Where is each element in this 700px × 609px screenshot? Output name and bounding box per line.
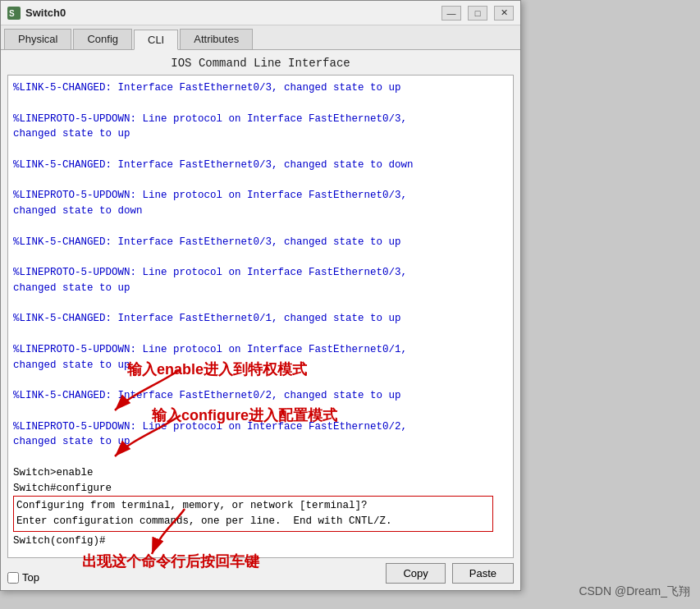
window-controls: — □ ✕ bbox=[442, 6, 514, 21]
close-button[interactable]: ✕ bbox=[494, 6, 514, 21]
button-row: Copy Paste bbox=[7, 558, 514, 584]
terminal-line bbox=[13, 373, 508, 388]
terminal-line: %LINK-5-CHANGED: Interface FastEthernet0… bbox=[13, 311, 508, 327]
tab-cli[interactable]: CLI bbox=[134, 30, 178, 50]
tab-attributes[interactable]: Attributes bbox=[180, 29, 253, 49]
terminal-line bbox=[13, 296, 508, 312]
terminal-line bbox=[13, 327, 508, 342]
terminal-line: changed state to up bbox=[13, 281, 508, 296]
section-title: IOS Command Line Interface bbox=[7, 57, 514, 70]
top-checkbox[interactable] bbox=[7, 572, 19, 584]
terminal-line bbox=[13, 96, 508, 112]
copy-button[interactable]: Copy bbox=[386, 563, 445, 584]
terminal-line: %LINEPROTO-5-UPDOWN: Line protocol on In… bbox=[13, 112, 508, 127]
cli-terminal[interactable]: %LINK-5-CHANGED: Interface FastEthernet0… bbox=[7, 75, 514, 558]
paste-button[interactable]: Paste bbox=[452, 563, 514, 584]
terminal-line: %LINEPROTO-5-UPDOWN: Line protocol on In… bbox=[13, 342, 508, 358]
watermark: CSDN @Dream_飞翔 bbox=[579, 584, 690, 599]
content-area: IOS Command Line Interface %LINK-5-CHANG… bbox=[1, 50, 520, 590]
terminal-line bbox=[13, 450, 508, 465]
terminal-line: changed state to down bbox=[13, 204, 508, 219]
terminal-line: Configuring from terminal, memory, or ne… bbox=[16, 498, 490, 514]
terminal-line bbox=[13, 142, 508, 158]
terminal-line bbox=[13, 404, 508, 419]
title-bar-left: S Switch0 bbox=[7, 7, 66, 20]
main-window: S Switch0 — □ ✕ Physical Config CLI Attr… bbox=[0, 0, 521, 591]
maximize-button[interactable]: □ bbox=[468, 6, 487, 21]
terminal-line bbox=[13, 173, 508, 189]
terminal-line: %LINK-5-CHANGED: Interface FastEthernet0… bbox=[13, 388, 508, 404]
minimize-button[interactable]: — bbox=[442, 6, 461, 21]
top-label: Top bbox=[22, 571, 39, 584]
terminal-line: %LINEPROTO-5-UPDOWN: Line protocol on In… bbox=[13, 188, 508, 204]
terminal-line bbox=[13, 219, 508, 235]
terminal-line: changed state to up bbox=[13, 434, 508, 450]
terminal-line: changed state to up bbox=[13, 358, 508, 373]
tab-bar: Physical Config CLI Attributes bbox=[1, 25, 520, 50]
terminal-line: changed state to up bbox=[13, 126, 508, 142]
svg-text:S: S bbox=[9, 9, 15, 18]
terminal-line: %LINK-5-CHANGED: Interface FastEthernet0… bbox=[13, 80, 508, 96]
terminal-line bbox=[13, 250, 508, 265]
terminal-line: %LINEPROTO-5-UPDOWN: Line protocol on In… bbox=[13, 265, 508, 281]
terminal-line: %LINEPROTO-5-UPDOWN: Line protocol on In… bbox=[13, 419, 508, 435]
highlight-box: Configuring from terminal, memory, or ne… bbox=[13, 496, 493, 532]
tab-physical[interactable]: Physical bbox=[4, 29, 71, 49]
terminal-line: Switch(config)# bbox=[13, 533, 508, 549]
bottom-bar: Top bbox=[7, 571, 39, 584]
terminal-line: Switch#configure bbox=[13, 481, 508, 497]
title-bar: S Switch0 — □ ✕ bbox=[1, 1, 520, 25]
terminal-line: %LINK-5-CHANGED: Interface FastEthernet0… bbox=[13, 235, 508, 250]
app-icon: S bbox=[7, 7, 21, 20]
window-title: Switch0 bbox=[25, 7, 66, 19]
terminal-line: Switch>enable bbox=[13, 465, 508, 481]
tab-config[interactable]: Config bbox=[73, 29, 132, 49]
terminal-line: %LINK-5-CHANGED: Interface FastEthernet0… bbox=[13, 158, 508, 173]
terminal-line: Enter configuration commands, one per li… bbox=[16, 514, 490, 529]
